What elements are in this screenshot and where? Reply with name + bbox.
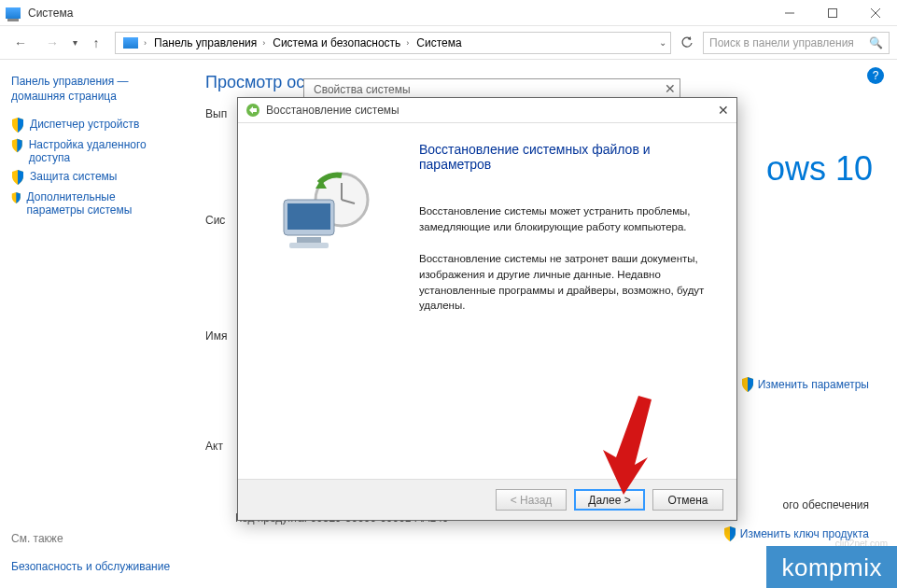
close-button[interactable] xyxy=(854,0,897,26)
titlebar: Система xyxy=(0,0,897,26)
svg-rect-9 xyxy=(287,203,330,230)
shield-icon xyxy=(741,377,754,392)
breadcrumb-item[interactable]: Панель управления xyxy=(154,36,257,49)
wizard-heading: Восстановление системных файлов и параме… xyxy=(419,142,714,172)
breadcrumbs[interactable]: › Панель управления› Система и безопасно… xyxy=(115,32,671,54)
maximize-button[interactable] xyxy=(811,0,854,26)
dialog-titlebar: Восстановление системы ✕ xyxy=(238,98,736,122)
search-icon: 🔍 xyxy=(869,36,883,49)
close-icon[interactable]: ✕ xyxy=(665,81,676,96)
kompmix-watermark: kompmix xyxy=(766,546,897,588)
up-button[interactable]: ↑ xyxy=(83,30,109,56)
sidebar-link-protection[interactable]: Защита системы xyxy=(11,170,175,185)
restore-icon xyxy=(245,103,260,118)
wizard-text-panel: Восстановление системных файлов и параме… xyxy=(413,123,736,479)
sidebar: Панель управления — домашняя страница Ди… xyxy=(0,60,187,588)
system-restore-dialog: Восстановление системы ✕ Восстановление … xyxy=(237,97,737,521)
shield-icon xyxy=(723,526,736,541)
shield-icon xyxy=(11,138,23,153)
history-dropdown-icon[interactable]: ▾ xyxy=(73,37,77,48)
back-button[interactable]: ← xyxy=(7,30,34,56)
breadcrumb-item[interactable]: Система и безопасность xyxy=(273,36,400,49)
control-panel-home-link[interactable]: Панель управления — xyxy=(11,75,175,88)
sidebar-link-device-manager[interactable]: Диспетчер устройств xyxy=(11,118,175,133)
navbar: ← → ▾ ↑ › Панель управления› Система и б… xyxy=(0,26,897,60)
minimize-button[interactable] xyxy=(768,0,811,26)
software-text: ого обеспечения xyxy=(783,498,869,511)
system-icon xyxy=(6,7,21,19)
back-button: < Назад xyxy=(496,489,567,511)
shield-icon xyxy=(11,170,24,185)
search-placeholder: Поиск в панели управления xyxy=(709,36,854,49)
wizard-image-panel xyxy=(238,123,413,479)
svg-rect-10 xyxy=(297,237,321,243)
breadcrumb-item[interactable]: Система xyxy=(416,36,461,49)
change-params-link[interactable]: Изменить параметры xyxy=(741,377,869,392)
breadcrumb-dropdown-icon[interactable]: ⌄ xyxy=(659,37,666,48)
sidebar-link-remote[interactable]: Настройка удаленного доступа xyxy=(11,138,175,164)
refresh-button[interactable] xyxy=(677,33,697,53)
see-also-heading: См. также xyxy=(11,532,63,545)
shield-icon xyxy=(11,118,24,133)
wizard-para2: Восстановление системы не затронет ваши … xyxy=(419,251,714,314)
red-arrow-annotation xyxy=(594,390,661,500)
see-also-link[interactable]: Безопасность и обслуживание xyxy=(11,559,170,575)
window-title: Система xyxy=(28,7,73,20)
sidebar-link-advanced[interactable]: Дополнительные параметры системы xyxy=(11,190,175,217)
dialog-title: Восстановление системы xyxy=(266,104,399,117)
wizard-para1: Восстановление системы может устранить п… xyxy=(419,203,714,234)
pc-icon xyxy=(123,37,138,49)
svg-rect-1 xyxy=(829,9,837,18)
shield-icon xyxy=(11,190,21,205)
cancel-button[interactable]: Отмена xyxy=(652,489,723,511)
close-button[interactable]: ✕ xyxy=(718,103,729,118)
search-input[interactable]: Поиск в панели управления 🔍 xyxy=(703,32,890,54)
restore-wizard-icon xyxy=(274,166,377,259)
control-panel-home-link2[interactable]: домашняя страница xyxy=(11,90,175,103)
windows-logo-text: ows 10 xyxy=(766,149,873,189)
dialog-footer: < Назад Далее > Отмена xyxy=(238,479,736,520)
svg-rect-11 xyxy=(289,243,329,248)
forward-button: → xyxy=(39,30,65,56)
